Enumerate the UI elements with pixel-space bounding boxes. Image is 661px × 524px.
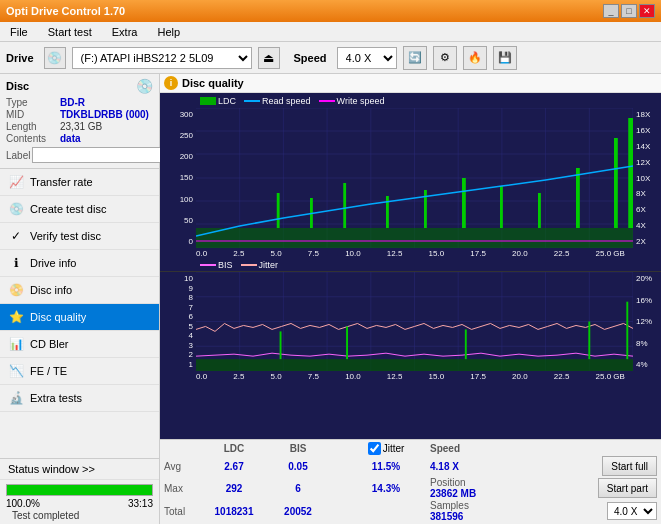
chart-title-icon: i bbox=[164, 76, 178, 90]
jitter-checkbox[interactable] bbox=[368, 442, 381, 455]
drive-info-label: Drive info bbox=[30, 257, 76, 269]
minimize-button[interactable]: _ bbox=[603, 4, 619, 18]
menu-file[interactable]: File bbox=[4, 24, 34, 40]
speed-select-stats[interactable]: 4.0 X bbox=[607, 502, 657, 520]
speed-header: Speed bbox=[430, 443, 460, 454]
mid-label: MID bbox=[6, 109, 58, 120]
svg-rect-25 bbox=[538, 193, 541, 228]
jitter-header: Jitter bbox=[383, 443, 405, 454]
stats-avg-row: Avg 2.67 0.05 11.5% 4.18 X Start full bbox=[164, 456, 657, 476]
cd-bler-icon: 📊 bbox=[8, 336, 24, 352]
position-label: Position bbox=[430, 477, 466, 488]
length-value: 23,31 GB bbox=[60, 121, 102, 132]
progress-bar-outer bbox=[6, 484, 153, 496]
chart1-legend: LDC Read speed Write speed bbox=[160, 93, 661, 108]
drive-select[interactable]: (F:) ATAPI iHBS212 2 5L09 bbox=[72, 47, 252, 69]
create-test-disc-label: Create test disc bbox=[30, 203, 106, 215]
menu-start-test[interactable]: Start test bbox=[42, 24, 98, 40]
app-title: Opti Drive Control 1.70 bbox=[6, 5, 125, 17]
close-button[interactable]: ✕ bbox=[639, 4, 655, 18]
chart1-svg bbox=[196, 108, 633, 248]
sidebar-item-cd-bler[interactable]: 📊 CD Bler bbox=[0, 331, 159, 358]
ldc-legend-item: LDC bbox=[200, 96, 236, 106]
max-label: Max bbox=[164, 483, 200, 494]
chart1-y-axis-right: 18X 16X 14X 12X 10X 8X 6X 4X 2X bbox=[633, 108, 661, 248]
cd-bler-label: CD Bler bbox=[30, 338, 69, 350]
bis-max-value: 6 bbox=[295, 483, 301, 494]
length-label: Length bbox=[6, 121, 58, 132]
status-window-button[interactable]: Status window >> bbox=[0, 459, 159, 480]
speed-select[interactable]: 4.0 X bbox=[337, 47, 397, 69]
stats-total-row: Total 1018231 20052 Samples 381596 4.0 X bbox=[164, 500, 657, 522]
chart-title-bar: i Disc quality bbox=[160, 74, 661, 93]
start-part-button[interactable]: Start part bbox=[598, 478, 657, 498]
sidebar-item-fe-te[interactable]: 📉 FE / TE bbox=[0, 358, 159, 385]
eject-button[interactable]: ⏏ bbox=[258, 47, 280, 69]
titlebar: Opti Drive Control 1.70 _ □ ✕ bbox=[0, 0, 661, 22]
bis-total-col: 20052 bbox=[268, 506, 328, 517]
menubar: File Start test Extra Help bbox=[0, 22, 661, 42]
jitter-avg-value: 11.5% bbox=[372, 461, 400, 472]
svg-rect-18 bbox=[277, 193, 280, 228]
drive-label: Drive bbox=[6, 52, 34, 64]
save-button[interactable]: 💾 bbox=[493, 46, 517, 70]
speed-value: 4.18 X bbox=[430, 461, 459, 472]
drive-icon-button[interactable]: 💿 bbox=[44, 47, 66, 69]
svg-rect-48 bbox=[588, 322, 590, 360]
position-value: 23862 MB bbox=[430, 488, 476, 499]
chart-title: Disc quality bbox=[182, 77, 244, 89]
read-speed-legend-color bbox=[244, 100, 260, 102]
stats-header-row: LDC BIS Jitter Speed bbox=[164, 442, 657, 455]
settings-button[interactable]: ⚙ bbox=[433, 46, 457, 70]
contents-value: data bbox=[60, 133, 81, 144]
transfer-rate-label: Transfer rate bbox=[30, 176, 93, 188]
sidebar-item-transfer-rate[interactable]: 📈 Transfer rate bbox=[0, 169, 159, 196]
ldc-legend-color bbox=[200, 97, 216, 105]
ldc-header: LDC bbox=[224, 443, 245, 454]
chart2-legend: BIS Jitter bbox=[160, 259, 661, 271]
svg-rect-46 bbox=[346, 326, 348, 359]
burn-button[interactable]: 🔥 bbox=[463, 46, 487, 70]
transfer-rate-icon: 📈 bbox=[8, 174, 24, 190]
chart2: 10 9 8 7 6 5 4 3 2 1 bbox=[160, 271, 661, 371]
speed-select-col: 4.0 X bbox=[607, 502, 657, 520]
disc-quality-icon: ⭐ bbox=[8, 309, 24, 325]
jitter-col-header: Jitter bbox=[346, 442, 426, 455]
extra-tests-label: Extra tests bbox=[30, 392, 82, 404]
contents-label: Contents bbox=[6, 133, 58, 144]
refresh-button[interactable]: 🔄 bbox=[403, 46, 427, 70]
menu-help[interactable]: Help bbox=[151, 24, 186, 40]
speed-col-header: Speed bbox=[430, 443, 520, 454]
sidebar-item-extra-tests[interactable]: 🔬 Extra tests bbox=[0, 385, 159, 412]
disc-section: Disc 💿 Type BD-R MID TDKBLDRBB (000) Len… bbox=[0, 74, 159, 169]
disc-icon: 💿 bbox=[136, 78, 153, 94]
progress-row: 100.0% 33:13 bbox=[6, 498, 153, 509]
window-controls: _ □ ✕ bbox=[603, 4, 655, 18]
samples-col: Samples 381596 bbox=[430, 500, 520, 522]
sidebar-item-drive-info[interactable]: ℹ Drive info bbox=[0, 250, 159, 277]
speed-val-col: 4.18 X bbox=[430, 461, 520, 472]
start-btns-col: Start full bbox=[602, 456, 657, 476]
sidebar-item-disc-quality[interactable]: ⭐ Disc quality bbox=[0, 304, 159, 331]
type-value: BD-R bbox=[60, 97, 85, 108]
svg-rect-49 bbox=[626, 302, 628, 359]
bis-legend-item: BIS bbox=[200, 260, 233, 270]
maximize-button[interactable]: □ bbox=[621, 4, 637, 18]
disc-section-title: Disc bbox=[6, 80, 29, 92]
sidebar-item-verify-test-disc[interactable]: ✓ Verify test disc bbox=[0, 223, 159, 250]
label-input[interactable] bbox=[32, 147, 161, 163]
main-content: Disc 💿 Type BD-R MID TDKBLDRBB (000) Len… bbox=[0, 74, 661, 524]
sidebar-item-create-test-disc[interactable]: 💿 Create test disc bbox=[0, 196, 159, 223]
chart1-x-axis: 0.0 2.5 5.0 7.5 10.0 12.5 15.0 17.5 20.0… bbox=[160, 248, 661, 259]
svg-rect-20 bbox=[343, 183, 346, 228]
start-full-button[interactable]: Start full bbox=[602, 456, 657, 476]
chart2-y-axis: 10 9 8 7 6 5 4 3 2 1 bbox=[160, 272, 196, 371]
ldc-total-col: 1018231 bbox=[204, 506, 264, 517]
sidebar-item-disc-info[interactable]: 📀 Disc info bbox=[0, 277, 159, 304]
menu-extra[interactable]: Extra bbox=[106, 24, 144, 40]
jitter-checkbox-label: Jitter bbox=[368, 442, 405, 455]
status-section: Status window >> 100.0% 33:13 Test compl… bbox=[0, 458, 159, 524]
label-key: Label bbox=[6, 150, 30, 161]
samples-value: 381596 bbox=[430, 511, 463, 522]
jitter-avg-col: 11.5% bbox=[346, 461, 426, 472]
